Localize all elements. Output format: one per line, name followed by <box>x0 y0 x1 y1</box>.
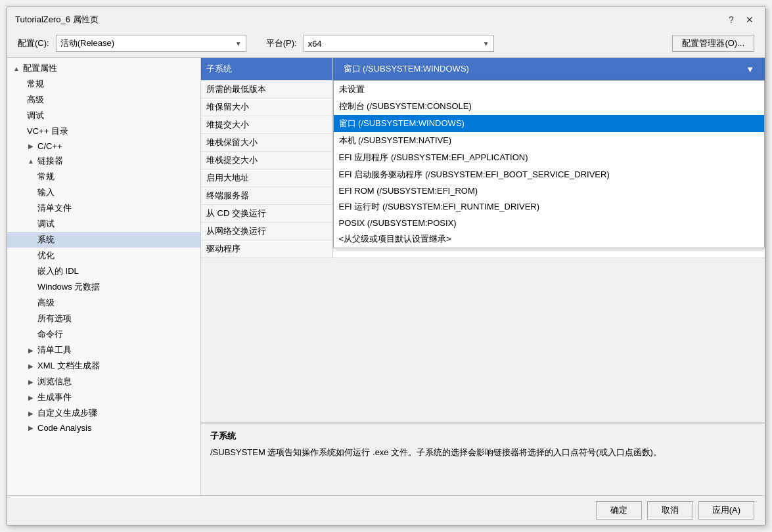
subsystem-selected-value: 窗口 (/SUBSYSTEM:WINDOWS) <box>344 63 469 75</box>
main-content: ▲ 配置属性 常规 高级 调试 VC++ 目录 ▶ C/C++ ▲ 链接器 常规… <box>7 57 765 495</box>
prop-name: 驱动程序 <box>201 240 332 258</box>
sidebar-item-linker-advanced[interactable]: 高级 <box>7 295 200 311</box>
config-select[interactable]: 活动(Release) ▼ <box>56 35 246 52</box>
config-row: 配置(C): 活动(Release) ▼ 平台(P): x64 ▼ 配置管理器(… <box>7 30 765 57</box>
sidebar-item-linker-windows-meta[interactable]: Windows 元数据 <box>7 279 200 295</box>
ok-button[interactable]: 确定 <box>596 501 642 520</box>
sidebar-item-cpp[interactable]: ▶ C/C++ <box>7 139 200 153</box>
prop-header-value-cell[interactable]: 窗口 (/SUBSYSTEM:WINDOWS) ▼ 未设置 控制台 (/SUBS… <box>332 58 765 81</box>
properties-dialog: TutorialZero_6 属性页 ? ✕ 配置(C): 活动(Release… <box>7 7 765 525</box>
dropdown-option-unset[interactable]: 未设置 <box>334 81 765 98</box>
cancel-button[interactable]: 取消 <box>647 501 693 520</box>
prop-name: 从网络交换运行 <box>201 223 332 240</box>
dropdown-option-efi-runtime[interactable]: EFI 运行时 (/SUBSYSTEM:EFI_RUNTIME_DRIVER) <box>334 198 765 215</box>
sidebar-item-label-cpp: C/C++ <box>37 141 62 151</box>
window-title: TutorialZero_6 属性页 <box>15 14 99 26</box>
config-value: 活动(Release) <box>60 37 114 49</box>
prop-name: 所需的最低版本 <box>201 81 332 99</box>
triangle-custom-build: ▶ <box>27 409 35 417</box>
help-button[interactable]: ? <box>724 12 738 27</box>
sidebar-item-linker-system[interactable]: 系统 <box>7 232 200 248</box>
sidebar-item-linker-optimize[interactable]: 优化 <box>7 248 200 263</box>
prop-name: 从 CD 交换运行 <box>201 205 332 223</box>
sidebar-item-manifest-tool[interactable]: ▶ 清单工具 <box>7 342 200 358</box>
sidebar-item-code-analysis[interactable]: ▶ Code Analysis <box>7 421 200 435</box>
subsystem-dropdown-list[interactable]: 未设置 控制台 (/SUBSYSTEM:CONSOLE) 窗口 (/SUBSYS… <box>333 80 765 248</box>
subsystem-dropdown-header[interactable]: 窗口 (/SUBSYSTEM:WINDOWS) ▼ <box>338 60 760 78</box>
sidebar-item-advanced[interactable]: 高级 <box>7 92 200 108</box>
dropdown-option-efi-app[interactable]: EFI 应用程序 (/SUBSYSTEM:EFI_APPLICATION) <box>334 149 765 166</box>
triangle-code-analysis: ▶ <box>27 424 35 432</box>
sidebar-item-label-build-events: 生成事件 <box>37 391 72 403</box>
platform-value: x64 <box>308 39 322 49</box>
sidebar-item-label-browse-info: 浏览信息 <box>37 376 72 388</box>
triangle-config-props: ▲ <box>12 64 20 72</box>
triangle-manifest-tool: ▶ <box>27 346 35 354</box>
config-dropdown-arrow: ▼ <box>235 40 242 47</box>
sidebar-item-linker[interactable]: ▲ 链接器 <box>7 153 200 169</box>
property-table-area: 子系统 窗口 (/SUBSYSTEM:WINDOWS) ▼ 未设置 <box>201 58 765 423</box>
sidebar-item-linker-manifest[interactable]: 清单文件 <box>7 200 200 216</box>
dropdown-arrow-icon: ▼ <box>746 64 754 74</box>
dropdown-option-native[interactable]: 本机 (/SUBSYSTEM:NATIVE) <box>334 132 765 149</box>
platform-dropdown-arrow: ▼ <box>483 40 489 47</box>
sidebar-item-label-code-analysis: Code Analysis <box>37 423 91 433</box>
property-header-row: 子系统 窗口 (/SUBSYSTEM:WINDOWS) ▼ 未设置 <box>201 58 765 81</box>
dropdown-option-efi-rom[interactable]: EFI ROM (/SUBSYSTEM:EFI_ROM) <box>334 183 765 198</box>
prop-name: 终端服务器 <box>201 187 332 205</box>
config-label: 配置(C): <box>18 37 49 49</box>
sidebar-section-config-props[interactable]: ▲ 配置属性 <box>7 60 200 76</box>
sidebar-item-linker-embedded-idl[interactable]: 嵌入的 IDL <box>7 263 200 279</box>
prop-header-name: 子系统 <box>201 58 332 81</box>
description-title: 子系统 <box>210 430 756 442</box>
prop-name: 堆保留大小 <box>201 99 332 116</box>
triangle-build-events: ▶ <box>27 393 35 401</box>
triangle-browse-info: ▶ <box>27 378 35 386</box>
sidebar-item-label-xml-doc: XML 文档生成器 <box>37 360 100 372</box>
sidebar-item-debug[interactable]: 调试 <box>7 108 200 123</box>
platform-label: 平台(P): <box>266 37 297 49</box>
sidebar-item-label-manifest-tool: 清单工具 <box>37 344 72 356</box>
sidebar-item-label-custom-build: 自定义生成步骤 <box>37 407 97 419</box>
platform-select[interactable]: x64 ▼ <box>304 35 494 52</box>
right-panel: 子系统 窗口 (/SUBSYSTEM:WINDOWS) ▼ 未设置 <box>201 58 765 495</box>
sidebar-item-browse-info[interactable]: ▶ 浏览信息 <box>7 374 200 389</box>
sidebar-item-xml-doc[interactable]: ▶ XML 文档生成器 <box>7 358 200 374</box>
dropdown-option-console[interactable]: 控制台 (/SUBSYSTEM:CONSOLE) <box>334 98 765 115</box>
description-area: 子系统 /SUBSYSTEM 选项告知操作系统如何运行 .exe 文件。子系统的… <box>201 423 765 495</box>
dropdown-option-posix[interactable]: POSIX (/SUBSYSTEM:POSIX) <box>334 215 765 231</box>
dropdown-option-inherit[interactable]: <从父级或项目默认设置继承> <box>334 231 765 248</box>
sidebar-item-custom-build[interactable]: ▶ 自定义生成步骤 <box>7 405 200 421</box>
close-button[interactable]: ✕ <box>742 12 757 27</box>
prop-name: 堆提交大小 <box>201 116 332 134</box>
sidebar-item-linker-debug[interactable]: 调试 <box>7 216 200 232</box>
triangle-cpp: ▶ <box>27 143 35 150</box>
triangle-linker: ▲ <box>27 157 35 165</box>
sidebar-item-linker-all-options[interactable]: 所有选项 <box>7 311 200 326</box>
triangle-xml-doc: ▶ <box>27 362 35 370</box>
dropdown-option-efi-boot[interactable]: EFI 启动服务驱动程序 (/SUBSYSTEM:EFI_BOOT_SERVIC… <box>334 166 765 183</box>
title-bar-buttons: ? ✕ <box>724 12 757 27</box>
prop-name: 堆栈提交大小 <box>201 152 332 169</box>
description-text: /SUBSYSTEM 选项告知操作系统如何运行 .exe 文件。子系统的选择会影… <box>210 446 756 459</box>
sidebar-item-build-events[interactable]: ▶ 生成事件 <box>7 389 200 405</box>
dropdown-option-windows[interactable]: 窗口 (/SUBSYSTEM:WINDOWS) <box>334 115 765 132</box>
apply-button[interactable]: 应用(A) <box>698 501 754 520</box>
prop-name: 启用大地址 <box>201 169 332 187</box>
sidebar-item-linker-general[interactable]: 常规 <box>7 169 200 185</box>
config-manager-button[interactable]: 配置管理器(O)... <box>672 35 754 52</box>
sidebar-item-label-linker: 链接器 <box>37 155 63 167</box>
sidebar-item-vc-dirs[interactable]: VC++ 目录 <box>7 123 200 139</box>
sidebar: ▲ 配置属性 常规 高级 调试 VC++ 目录 ▶ C/C++ ▲ 链接器 常规… <box>7 58 201 495</box>
title-bar: TutorialZero_6 属性页 ? ✕ <box>7 7 765 30</box>
prop-name: 堆栈保留大小 <box>201 134 332 152</box>
sidebar-item-linker-input[interactable]: 输入 <box>7 185 200 200</box>
sidebar-item-linker-cmdline[interactable]: 命令行 <box>7 326 200 342</box>
sidebar-section-label-config-props: 配置属性 <box>23 62 57 74</box>
sidebar-item-general[interactable]: 常规 <box>7 76 200 92</box>
property-table: 子系统 窗口 (/SUBSYSTEM:WINDOWS) ▼ 未设置 <box>201 58 765 258</box>
footer: 确定 取消 应用(A) <box>7 495 765 525</box>
